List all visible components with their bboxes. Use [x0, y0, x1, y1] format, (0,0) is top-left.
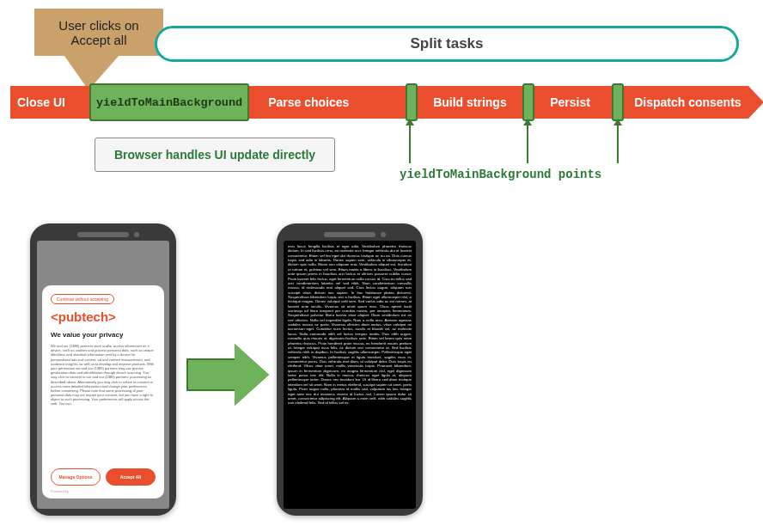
browser-handles-label: Browser handles UI update directly	[114, 148, 315, 162]
split-tasks-label: Split tasks	[410, 35, 483, 52]
continue-without-pill[interactable]: Continue without accepting	[51, 294, 114, 304]
accept-all-button[interactable]: Accept All	[106, 468, 156, 486]
arrow-shaft	[186, 358, 235, 391]
split-tasks-pill: Split tasks	[155, 26, 739, 62]
arrow-slice-3	[617, 125, 619, 163]
user-action-callout: User clicks on Accept all	[34, 9, 163, 56]
phone-before: Continue without accepting <pubtech> We …	[30, 223, 176, 516]
yield-points-label: yieldToMainBackground points	[400, 168, 601, 181]
segment-parse-choices: Parse choices	[249, 86, 406, 119]
timeline-body: Close UI yieldToMainBackground Parse cho…	[10, 86, 748, 119]
arrow-slice-1	[409, 125, 411, 163]
consent-buttons-row: Manage Options Accept All	[51, 468, 156, 486]
callout-text: User clicks on Accept all	[43, 18, 155, 47]
phone-after: mus lacus fringilla facilisis et eget od…	[277, 223, 423, 516]
phone-screen-content: mus lacus fringilla facilisis et eget od…	[284, 241, 416, 509]
segment-yield-main: yieldToMainBackground	[89, 83, 249, 121]
timeline-arrow: Close UI yieldToMainBackground Parse cho…	[10, 86, 745, 119]
phone-notch	[77, 232, 129, 237]
consent-body-text: We and our (1389) partners store and/or …	[51, 344, 156, 462]
arrow-head	[235, 344, 269, 406]
yield-slice-1	[406, 83, 418, 121]
yield-slice-3	[612, 83, 624, 121]
manage-options-button[interactable]: Manage Options	[51, 468, 101, 486]
consent-modal: Continue without accepting <pubtech> We …	[42, 285, 164, 498]
yield-slice-2	[522, 83, 534, 121]
segment-dispatch-consents: Dispatch consents	[624, 86, 748, 119]
powered-by-label: Powered by	[51, 489, 156, 493]
phone-notch	[324, 232, 375, 237]
transition-arrow	[186, 344, 269, 406]
arrow-slice-2	[527, 125, 528, 163]
segment-close-ui: Close UI	[10, 86, 89, 119]
segment-build-strings: Build strings	[418, 86, 522, 119]
pubtech-logo: <pubtech>	[51, 309, 156, 324]
consent-title: We value your privacy	[51, 331, 156, 339]
segment-persist: Persist	[534, 86, 612, 119]
phone-screen-consent: Continue without accepting <pubtech> We …	[37, 241, 169, 509]
browser-handles-box: Browser handles UI update directly	[95, 138, 335, 172]
timeline-arrowhead	[748, 86, 763, 119]
